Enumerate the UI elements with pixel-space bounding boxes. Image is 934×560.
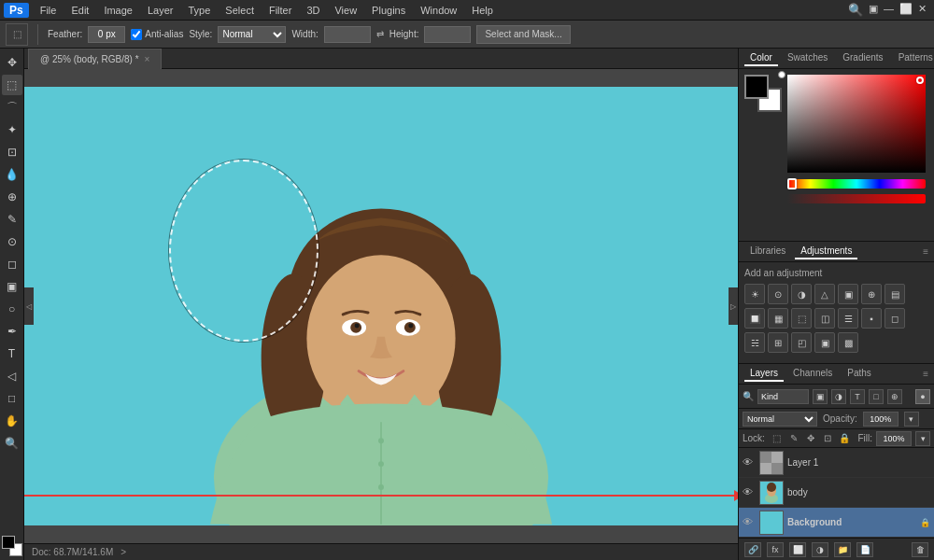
menu-plugins[interactable]: Plugins [364, 3, 413, 18]
search-icon[interactable]: 🔍 [848, 3, 863, 17]
pattern-adj[interactable]: ▩ [838, 332, 858, 353]
style-select[interactable]: NormalFixed RatioFixed Size [218, 26, 286, 43]
menu-filter[interactable]: Filter [262, 3, 299, 18]
threshold-adj[interactable]: ◻ [884, 308, 905, 329]
color-picker-gradient[interactable] [787, 75, 926, 173]
gradients-tab[interactable]: Gradients [837, 50, 888, 66]
feather-input[interactable] [88, 26, 125, 43]
background-visibility-toggle[interactable]: 👁 [743, 516, 756, 529]
smart-filter-icon[interactable]: ⊕ [887, 389, 902, 404]
tab-close-btn[interactable]: × [145, 54, 150, 64]
opacity-options[interactable]: ▾ [904, 412, 919, 427]
libraries-tab[interactable]: Libraries [744, 244, 791, 259]
paths-tab[interactable]: Paths [842, 366, 877, 382]
filter-toggle[interactable]: ● [915, 389, 930, 404]
fx-btn[interactable]: fx [767, 542, 784, 557]
swap-wh-icon[interactable]: ⇄ [376, 29, 384, 39]
marquee-tool[interactable]: ⬚ [2, 75, 22, 95]
lock-image-btn[interactable]: ✎ [787, 432, 800, 445]
eraser-tool[interactable]: ◻ [2, 254, 22, 274]
right-collapse-btn[interactable]: ▷ [729, 287, 738, 325]
new-group-btn[interactable]: 📁 [834, 542, 851, 557]
adjustments-tab[interactable]: Adjustments [795, 244, 857, 259]
swatches-tab[interactable]: Swatches [782, 50, 833, 66]
search-layers-icon[interactable]: 🔍 [743, 391, 754, 401]
gradient-adj[interactable]: ▣ [814, 332, 835, 353]
fg-color-swatch[interactable] [2, 536, 15, 549]
lock-transparent-btn[interactable]: ⬚ [771, 432, 784, 445]
lock-position-btn[interactable]: ✥ [804, 432, 817, 445]
add-mask-btn[interactable]: ⬜ [789, 542, 806, 557]
type-filter-icon[interactable]: T [850, 389, 865, 404]
layers-panel-menu[interactable]: ≡ [923, 369, 928, 379]
fill-options[interactable]: ▾ [915, 431, 930, 446]
gradientmap-adj[interactable]: ☵ [744, 332, 765, 353]
menu-window[interactable]: Window [413, 3, 464, 18]
hand-tool[interactable]: ✋ [2, 411, 22, 431]
path-select-tool[interactable]: ◁ [2, 366, 22, 386]
ps-logo[interactable]: Ps [4, 3, 29, 18]
antialias-checkbox[interactable] [131, 29, 142, 40]
gradient-tool[interactable]: ▣ [2, 276, 22, 297]
width-input[interactable] [324, 26, 371, 43]
adj-panel-menu[interactable]: ≡ [923, 246, 928, 257]
menu-layer[interactable]: Layer [140, 3, 181, 18]
colorbalance-adj[interactable]: ▤ [884, 284, 905, 304]
vibrance-adj[interactable]: ▣ [838, 284, 858, 304]
menu-type[interactable]: Type [181, 3, 219, 18]
link-layers-btn[interactable]: 🔗 [744, 542, 761, 557]
shape-tool[interactable]: □ [2, 388, 22, 409]
lock-artboard-btn[interactable]: ⊡ [821, 432, 834, 445]
color-tab[interactable]: Color [744, 50, 778, 66]
pen-tool[interactable]: ✒ [2, 321, 22, 342]
bw-adj[interactable]: 🔲 [744, 308, 765, 329]
lock-all-btn[interactable]: 🔒 [838, 432, 851, 445]
hue-slider[interactable] [787, 179, 926, 189]
workspace-icon[interactable]: ▣ [869, 3, 878, 17]
magic-wand-tool[interactable]: ✦ [2, 119, 22, 140]
solidcolor-adj[interactable]: ◰ [791, 332, 812, 353]
alpha-slider[interactable] [787, 194, 926, 203]
posterize-adj[interactable]: ▪ [861, 308, 882, 329]
select-mask-button[interactable]: Select and Mask... [476, 25, 570, 44]
lasso-tool[interactable]: ⌒ [2, 97, 22, 118]
clone-tool[interactable]: ⊙ [2, 231, 22, 252]
foreground-color-swatch[interactable] [744, 75, 769, 99]
brush-tool[interactable]: ✎ [2, 209, 22, 230]
fill-input[interactable] [876, 431, 912, 446]
menu-file[interactable]: File [33, 3, 64, 18]
document-tab[interactable]: @ 25% (body, RGB/8) * × [28, 49, 162, 69]
selectivecolor-adj[interactable]: ⊞ [768, 332, 788, 353]
zoom-tool[interactable]: 🔍 [2, 433, 22, 454]
adjustment-filter-icon[interactable]: ◑ [831, 389, 846, 404]
opacity-input[interactable] [863, 412, 899, 427]
layer-row-body[interactable]: 👁 body [739, 478, 934, 508]
patterns-tab[interactable]: Patterns [893, 50, 934, 66]
invert-adj[interactable]: ☰ [838, 308, 858, 329]
layers-tab[interactable]: Layers [744, 366, 784, 382]
minimize-btn[interactable]: — [884, 3, 894, 17]
menu-edit[interactable]: Edit [64, 3, 96, 18]
height-input[interactable] [424, 26, 471, 43]
heal-tool[interactable]: ⊕ [2, 187, 22, 207]
menu-3d[interactable]: 3D [299, 3, 327, 18]
new-layer-btn[interactable]: 📄 [856, 542, 873, 557]
menu-help[interactable]: Help [464, 3, 501, 18]
canvas-container[interactable]: ◁ ▷ [24, 69, 738, 543]
layer-row-background[interactable]: 👁 Background 🔒 [739, 508, 934, 538]
type-tool[interactable]: T [2, 343, 22, 364]
left-collapse-btn[interactable]: ◁ [24, 287, 34, 325]
levels-adj[interactable]: ⊙ [768, 284, 788, 304]
delete-layer-btn[interactable]: 🗑 [912, 542, 928, 557]
layer1-visibility-toggle[interactable]: 👁 [743, 456, 756, 469]
kind-filter[interactable] [757, 389, 809, 404]
channels-tab[interactable]: Channels [787, 366, 838, 382]
close-btn[interactable]: ✕ [918, 3, 927, 17]
pixel-filter-icon[interactable]: ▣ [813, 389, 828, 404]
photofilter-adj[interactable]: ▦ [768, 308, 788, 329]
dodge-tool[interactable]: ○ [2, 299, 22, 319]
crop-tool[interactable]: ⊡ [2, 142, 22, 162]
blend-mode-select[interactable]: NormalMultiplyScreenOverlay [743, 412, 817, 427]
body-visibility-toggle[interactable]: 👁 [743, 486, 756, 499]
shape-filter-icon[interactable]: □ [869, 389, 884, 404]
